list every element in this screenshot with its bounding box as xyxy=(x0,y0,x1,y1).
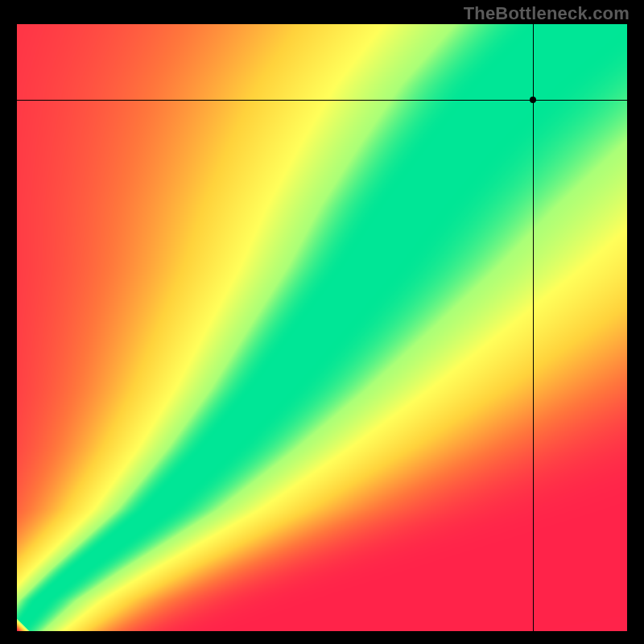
heatmap-canvas xyxy=(17,24,627,631)
watermark-text: TheBottleneck.com xyxy=(464,3,630,24)
heatmap-plot xyxy=(17,24,627,631)
